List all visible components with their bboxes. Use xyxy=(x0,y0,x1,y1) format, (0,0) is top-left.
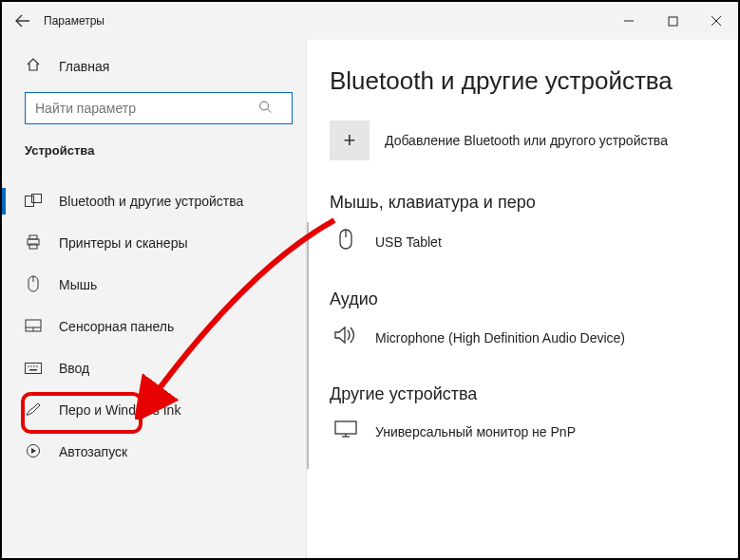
svg-point-2 xyxy=(260,102,269,110)
sidebar-item-mouse[interactable]: Мышь xyxy=(2,264,306,306)
mouse-device-icon xyxy=(333,228,358,255)
sidebar-item-label: Мышь xyxy=(59,277,294,292)
autoplay-icon xyxy=(25,443,42,461)
device-name: USB Tablet xyxy=(375,234,442,250)
sidebar-item-autoplay[interactable]: Автозапуск xyxy=(2,431,306,473)
titlebar: Параметры xyxy=(2,2,738,40)
minimize-icon xyxy=(623,15,635,27)
sidebar-item-label: Bluetooth и другие устройства xyxy=(59,194,294,209)
device-row[interactable]: Microphone (High Definition Audio Device… xyxy=(330,319,721,375)
body: Главная Устройства Bluetooth и другие ус… xyxy=(2,40,738,558)
device-name: Microphone (High Definition Audio Device… xyxy=(375,330,625,345)
section-heading: Другие устройства xyxy=(330,384,721,404)
minimize-button[interactable] xyxy=(607,2,651,40)
window-title: Параметры xyxy=(44,14,104,28)
sidebar-item-label: Автозапуск xyxy=(59,444,294,459)
sidebar-item-label: Принтеры и сканеры xyxy=(59,235,294,251)
maximize-button[interactable] xyxy=(651,2,694,40)
sidebar-category: Устройства xyxy=(2,138,306,163)
sidebar-item-label: Ввод xyxy=(59,361,294,376)
scroll-indicator xyxy=(307,222,309,469)
back-button[interactable] xyxy=(2,2,44,40)
svg-rect-23 xyxy=(335,421,356,434)
add-device-row[interactable]: + Добавление Bluetooth или другого устро… xyxy=(330,121,721,160)
device-name: Универсальный монитор не PnP xyxy=(375,424,576,439)
sidebar-item-label: Перо и Windows Ink xyxy=(59,402,294,418)
svg-rect-7 xyxy=(29,235,37,239)
device-row[interactable]: USB Tablet xyxy=(330,222,721,280)
search-icon xyxy=(258,101,272,117)
add-device-button[interactable]: + xyxy=(330,121,370,160)
plus-icon: + xyxy=(344,128,356,153)
sidebar-item-typing[interactable]: Ввод xyxy=(2,347,306,389)
search-container xyxy=(2,83,306,138)
content-pane: Bluetooth и другие устройства + Добавлен… xyxy=(306,40,738,558)
back-arrow-icon xyxy=(15,13,30,28)
svg-line-3 xyxy=(268,109,272,113)
sidebar-home[interactable]: Главная xyxy=(2,49,306,83)
search-input[interactable] xyxy=(25,92,293,124)
svg-point-18 xyxy=(36,365,38,367)
svg-rect-4 xyxy=(26,196,34,206)
svg-rect-19 xyxy=(29,369,37,371)
touchpad-icon xyxy=(25,319,42,335)
pen-icon xyxy=(25,401,42,420)
window-controls xyxy=(607,2,738,40)
devices-icon xyxy=(25,194,42,210)
maximize-icon xyxy=(668,16,678,27)
sidebar-item-printers[interactable]: Принтеры и сканеры xyxy=(2,222,306,264)
page-title: Bluetooth и другие устройства xyxy=(330,66,721,96)
sidebar-home-label: Главная xyxy=(59,59,109,74)
svg-point-15 xyxy=(28,365,29,367)
close-button[interactable] xyxy=(694,2,738,40)
section-heading: Аудио xyxy=(330,289,721,309)
sidebar-nav: Bluetooth и другие устройства Принтеры и… xyxy=(2,180,306,473)
close-icon xyxy=(711,15,722,27)
svg-point-16 xyxy=(30,365,32,367)
device-row[interactable]: Универсальный монитор не PnP xyxy=(330,414,721,468)
home-icon xyxy=(25,57,42,75)
keyboard-icon xyxy=(25,361,42,377)
sidebar-item-label: Сенсорная панель xyxy=(59,319,294,334)
svg-point-17 xyxy=(33,365,35,367)
add-device-label: Добавление Bluetooth или другого устройс… xyxy=(385,133,668,148)
mouse-icon xyxy=(25,275,42,295)
printer-icon xyxy=(25,234,42,252)
sidebar-item-touchpad[interactable]: Сенсорная панель xyxy=(2,306,306,347)
sidebar-item-pen[interactable]: Перо и Windows Ink xyxy=(2,389,306,431)
monitor-device-icon xyxy=(333,420,358,443)
sidebar-item-bluetooth[interactable]: Bluetooth и другие устройства xyxy=(2,180,306,222)
sidebar: Главная Устройства Bluetooth и другие ус… xyxy=(2,40,306,558)
svg-rect-14 xyxy=(26,363,42,373)
audio-device-icon xyxy=(333,325,358,350)
settings-window: Параметры Главная xyxy=(0,0,740,560)
section-heading: Мышь, клавиатура и перо xyxy=(330,193,721,213)
svg-rect-1 xyxy=(669,17,677,26)
